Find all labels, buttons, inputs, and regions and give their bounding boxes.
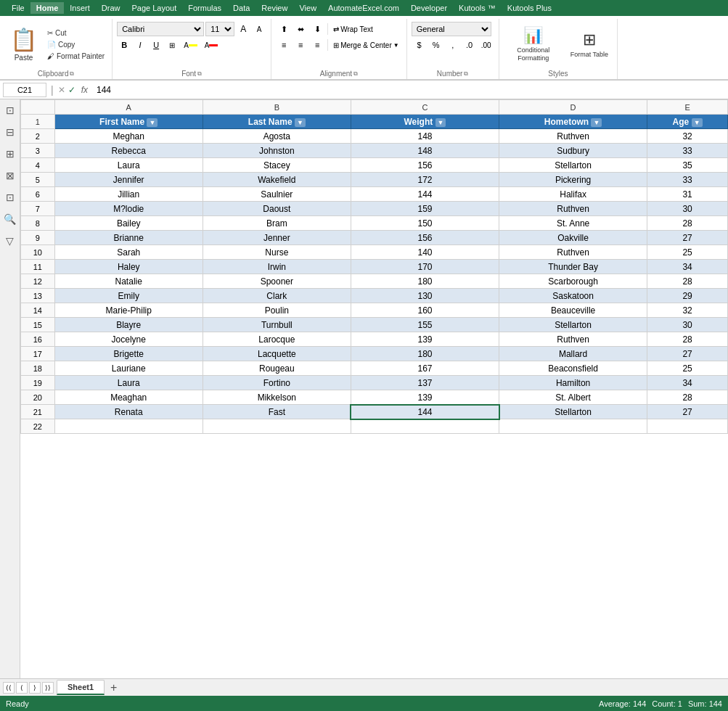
menu-view[interactable]: View bbox=[293, 2, 322, 14]
row-num-21[interactable]: 21 bbox=[21, 405, 55, 419]
data-cell[interactable]: 180 bbox=[351, 347, 499, 361]
number-expand-icon[interactable]: ⧉ bbox=[464, 70, 468, 78]
menu-page-layout[interactable]: Page Layout bbox=[126, 2, 182, 14]
menu-review[interactable]: Review bbox=[255, 2, 293, 14]
header-firstname[interactable]: First Name ▼ bbox=[54, 115, 203, 129]
row-num-6[interactable]: 6 bbox=[21, 187, 55, 202]
data-cell[interactable]: Sarah bbox=[54, 245, 203, 260]
data-cell[interactable]: Beauceville bbox=[499, 303, 647, 318]
alignment-expand-icon[interactable]: ⧉ bbox=[353, 70, 358, 78]
col-header-b[interactable]: B bbox=[203, 100, 351, 115]
row-num-13[interactable]: 13 bbox=[21, 289, 55, 303]
data-cell[interactable]: Renata bbox=[54, 405, 203, 419]
comma-button[interactable]: , bbox=[445, 38, 461, 52]
data-cell[interactable]: 130 bbox=[351, 289, 499, 303]
data-cell[interactable]: Rebecca bbox=[54, 144, 203, 158]
toolbar-page-break-icon[interactable]: ⊟ bbox=[2, 124, 18, 140]
row-num-15[interactable]: 15 bbox=[21, 318, 55, 332]
data-cell[interactable]: 28 bbox=[647, 332, 728, 347]
data-cell[interactable]: 25 bbox=[647, 245, 728, 260]
toolbar-normal-icon[interactable]: ⊡ bbox=[2, 102, 18, 118]
sheet-scroll-first[interactable]: ⟨⟨ bbox=[3, 682, 15, 694]
data-cell[interactable]: 28 bbox=[647, 390, 728, 405]
data-cell[interactable]: Oakville bbox=[499, 231, 647, 245]
data-cell[interactable]: St. Anne bbox=[499, 216, 647, 231]
data-cell[interactable]: Marie-Philip bbox=[54, 303, 203, 318]
data-cell[interactable]: 137 bbox=[351, 376, 499, 390]
row-num-10[interactable]: 10 bbox=[21, 245, 55, 260]
data-cell[interactable]: 34 bbox=[647, 260, 728, 274]
copy-button[interactable]: 📄 Copy bbox=[44, 39, 107, 50]
percent-button[interactable]: % bbox=[428, 38, 444, 52]
merge-dropdown-icon[interactable]: ▼ bbox=[393, 42, 399, 49]
toolbar-freeze-icon[interactable]: ⊡ bbox=[2, 189, 18, 205]
data-cell[interactable]: 27 bbox=[647, 231, 728, 245]
data-cell[interactable]: 155 bbox=[351, 318, 499, 332]
data-cell[interactable]: 160 bbox=[351, 303, 499, 318]
data-cell[interactable]: St. Albert bbox=[499, 390, 647, 405]
menu-file[interactable]: File bbox=[6, 2, 30, 14]
menu-insert[interactable]: Insert bbox=[64, 2, 96, 14]
merge-center-button[interactable]: ⊞ Merge & Center ▼ bbox=[330, 38, 402, 52]
data-cell[interactable]: 139 bbox=[351, 332, 499, 347]
data-cell[interactable]: Stacey bbox=[203, 158, 351, 173]
data-cell[interactable]: Ruthven bbox=[499, 332, 647, 347]
data-cell[interactable]: 156 bbox=[351, 231, 499, 245]
data-cell[interactable]: 32 bbox=[647, 303, 728, 318]
data-cell[interactable]: Fast bbox=[203, 405, 351, 419]
data-cell[interactable]: Meghan bbox=[54, 129, 203, 144]
sheet-scroll-next[interactable]: ⟩ bbox=[29, 682, 41, 694]
row-num-2[interactable]: 2 bbox=[21, 129, 55, 144]
increase-font-button[interactable]: A bbox=[236, 22, 250, 36]
border-button[interactable]: ⊞ bbox=[165, 38, 179, 52]
data-cell[interactable] bbox=[54, 419, 203, 434]
data-cell[interactable]: Poulin bbox=[203, 303, 351, 318]
data-cell[interactable] bbox=[351, 419, 499, 434]
decrease-font-button[interactable]: A bbox=[252, 22, 266, 36]
data-cell[interactable]: Saulnier bbox=[203, 187, 351, 202]
align-left-button[interactable]: ≡ bbox=[276, 38, 292, 52]
data-cell[interactable]: Brigette bbox=[54, 347, 203, 361]
font-expand-icon[interactable]: ⧉ bbox=[197, 70, 202, 78]
data-cell[interactable]: 30 bbox=[647, 318, 728, 332]
data-cell[interactable]: 28 bbox=[647, 216, 728, 231]
bold-button[interactable]: B bbox=[117, 38, 131, 52]
data-cell[interactable] bbox=[203, 419, 351, 434]
data-cell[interactable]: 170 bbox=[351, 260, 499, 274]
data-cell[interactable]: 139 bbox=[351, 390, 499, 405]
data-cell[interactable]: Jennifer bbox=[54, 173, 203, 187]
formula-input[interactable] bbox=[94, 83, 725, 97]
data-cell[interactable]: Larocque bbox=[203, 332, 351, 347]
paste-button[interactable]: 📋 Paste bbox=[4, 24, 43, 65]
toolbar-custom-icon[interactable]: ⊠ bbox=[2, 168, 18, 184]
menu-kutools-plus[interactable]: Kutools Plus bbox=[502, 2, 557, 14]
data-cell[interactable]: Nurse bbox=[203, 245, 351, 260]
data-cell[interactable]: 159 bbox=[351, 202, 499, 216]
data-cell[interactable]: 35 bbox=[647, 158, 728, 173]
row-num-5[interactable]: 5 bbox=[21, 173, 55, 187]
row-num-12[interactable]: 12 bbox=[21, 274, 55, 289]
row-num-8[interactable]: 8 bbox=[21, 216, 55, 231]
add-sheet-button[interactable]: + bbox=[105, 680, 123, 696]
row-num-1[interactable]: 1 bbox=[21, 115, 55, 129]
data-cell[interactable]: Johnston bbox=[203, 144, 351, 158]
font-size-select[interactable]: 11 bbox=[205, 22, 234, 36]
header-weight[interactable]: Weight ▼ bbox=[351, 115, 499, 129]
menu-developer[interactable]: Developer bbox=[405, 2, 453, 14]
data-cell[interactable]: 27 bbox=[647, 405, 728, 419]
toolbar-search-icon[interactable]: 🔍 bbox=[2, 211, 18, 227]
data-cell[interactable]: Pickering bbox=[499, 173, 647, 187]
data-cell[interactable]: M?lodie bbox=[54, 202, 203, 216]
underline-button[interactable]: U bbox=[149, 38, 163, 52]
row-num-19[interactable]: 19 bbox=[21, 376, 55, 390]
format-table-button[interactable]: ⊞ Format Table bbox=[566, 28, 613, 61]
data-cell[interactable]: Mallard bbox=[499, 347, 647, 361]
data-cell[interactable]: 27 bbox=[647, 347, 728, 361]
header-age[interactable]: Age ▼ bbox=[647, 115, 728, 129]
data-cell[interactable]: Turnbull bbox=[203, 318, 351, 332]
row-num-14[interactable]: 14 bbox=[21, 303, 55, 318]
data-cell[interactable]: Lacquette bbox=[203, 347, 351, 361]
font-family-select[interactable]: Calibri bbox=[117, 22, 204, 36]
data-cell[interactable]: Stellarton bbox=[499, 318, 647, 332]
data-cell[interactable]: 140 bbox=[351, 245, 499, 260]
